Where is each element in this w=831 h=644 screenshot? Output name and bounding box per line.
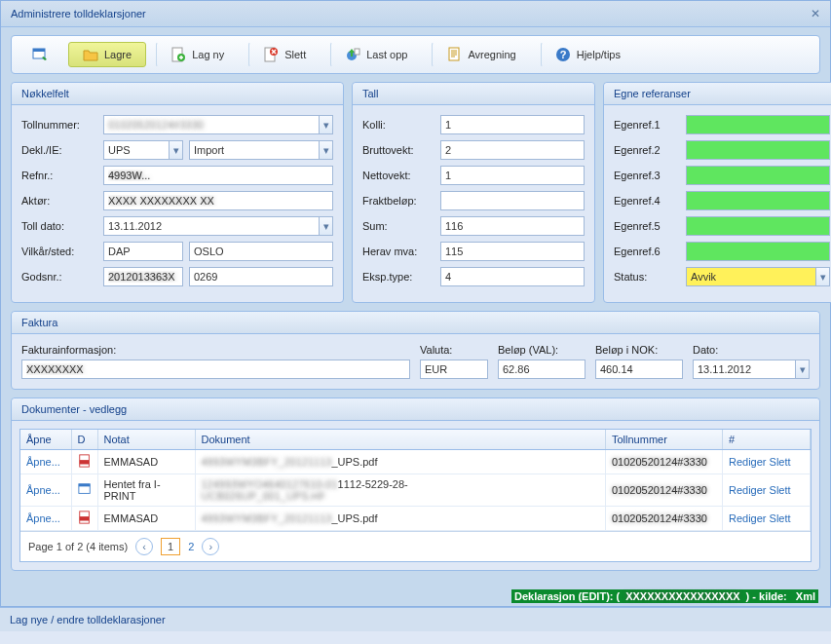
label-vilkarsted: Vilkår/sted:	[21, 246, 97, 257]
egenref2-input[interactable]	[686, 140, 830, 160]
nettovekt-input[interactable]	[440, 166, 585, 185]
open-link[interactable]: Åpne...	[20, 474, 71, 507]
delete-label: Slett	[284, 49, 306, 60]
chevron-down-icon: ▾	[319, 217, 332, 235]
belopval-input[interactable]	[498, 360, 585, 379]
rediger-link[interactable]: Rediger	[729, 512, 767, 524]
table-row: Åpne...Hentet fra I-PRINT124993WYO464012…	[20, 474, 811, 507]
sum-input[interactable]	[440, 216, 585, 236]
document-icon	[446, 47, 462, 62]
ie-select[interactable]: Import ▾	[189, 140, 333, 160]
window: Administrere tolldeklarsjoner ✕ Lagre La…	[0, 0, 831, 607]
svg-rect-7	[355, 49, 359, 55]
folder-save-icon	[83, 47, 98, 62]
svg-rect-14	[78, 484, 89, 487]
dokument-cell: 4993WYM3BFY_20121113_UPS.pdf	[195, 507, 606, 531]
help-icon: ?	[555, 47, 571, 62]
slett-link[interactable]: Slett	[770, 512, 791, 524]
label-bruttovekt: Bruttovekt:	[362, 144, 434, 156]
dekl-select[interactable]: UPS ▾	[103, 140, 183, 160]
tollnummer-select[interactable]: 01020520124#3330 ▾	[103, 115, 333, 134]
col-dokument[interactable]: Dokument	[195, 430, 606, 450]
col-hash[interactable]: #	[723, 430, 811, 450]
pager: Page 1 of 2 (4 items) ‹ 1 2 ›	[20, 531, 811, 561]
help-label: Hjelp/tips	[577, 49, 621, 60]
panel-header: Egne referanser	[604, 83, 831, 105]
egenref1-input[interactable]	[686, 115, 830, 134]
ie-value: Import	[194, 144, 224, 156]
egenref3-input[interactable]	[686, 166, 830, 185]
col-apne[interactable]: Åpne	[20, 430, 71, 450]
label-dato: Dato:	[693, 344, 810, 356]
dato-picker[interactable]: 13.11.2012 ▾	[693, 360, 810, 379]
delete-icon	[263, 47, 279, 62]
slett-link[interactable]: Slett	[770, 484, 791, 496]
rediger-link[interactable]: Rediger	[729, 484, 767, 496]
refnr-input[interactable]	[103, 166, 333, 185]
vilkar-input[interactable]	[103, 242, 183, 261]
statusbar: Deklarasjon (EDIT): (XXXXXXXXXXXXXXXX) -…	[1, 587, 830, 606]
window-icon	[32, 47, 48, 62]
pager-prev[interactable]: ‹	[135, 538, 153, 555]
tolldato-picker[interactable]: 13.11.2012 ▾	[103, 216, 333, 236]
status-value: Avvik	[691, 271, 716, 283]
help-button[interactable]: ? Hjelp/tips	[541, 42, 635, 67]
eksptype-input[interactable]	[440, 267, 585, 286]
pager-text: Page 1 of 2 (4 items)	[28, 541, 128, 552]
notat-cell: Hentet fra I-PRINT	[97, 474, 195, 507]
pager-page-1[interactable]: 1	[161, 538, 180, 555]
refresh-button[interactable]	[18, 42, 62, 67]
chevron-down-icon: ▾	[319, 116, 332, 133]
upload-button[interactable]: Last opp	[330, 42, 422, 67]
rediger-link[interactable]: Rediger	[729, 456, 767, 468]
sted-input[interactable]	[189, 242, 333, 261]
delete-button[interactable]: Slett	[248, 42, 321, 67]
bruttovekt-input[interactable]	[440, 140, 585, 160]
save-label: Lagre	[104, 49, 132, 60]
aktor-input[interactable]	[103, 191, 333, 210]
godsnr1-input[interactable]	[103, 267, 183, 286]
upload-icon	[345, 47, 360, 62]
label-sum: Sum:	[362, 220, 434, 232]
col-tollnummer[interactable]: Tollnummer	[606, 430, 723, 450]
kolli-input[interactable]	[440, 115, 585, 134]
label-egenref4: Egenref.4	[614, 195, 680, 207]
slett-link[interactable]: Slett	[770, 456, 791, 468]
close-icon[interactable]: ✕	[811, 7, 820, 20]
table-row: Åpne...EMMASAD4993WYM3BFY_20121113_UPS.p…	[20, 450, 811, 474]
titlebar: Administrere tolldeklarsjoner ✕	[1, 1, 830, 27]
col-notat[interactable]: Notat	[97, 430, 195, 450]
pager-next[interactable]: ›	[202, 538, 219, 555]
svg-text:?: ?	[559, 49, 566, 60]
window-title: Administrere tolldeklarsjoner	[11, 8, 146, 19]
new-label: Lag ny	[192, 49, 224, 60]
label-heravmva: Herav mva:	[362, 246, 434, 257]
new-button[interactable]: Lag ny	[156, 42, 239, 67]
col-d[interactable]: D	[71, 430, 97, 450]
godsnr2-input[interactable]	[189, 267, 333, 286]
settlement-label: Avregning	[468, 49, 515, 60]
pager-page-2[interactable]: 2	[188, 541, 194, 552]
label-nettovekt: Nettovekt:	[362, 170, 434, 181]
open-link[interactable]: Åpne...	[20, 507, 71, 531]
documents-grid: Åpne D Notat Dokument Tollnummer # Åpne.…	[19, 429, 812, 562]
status-text-c: ) - kilde:	[743, 589, 793, 603]
fakturainfo-input[interactable]	[21, 360, 410, 379]
valuta-input[interactable]	[420, 360, 488, 379]
heravmva-input[interactable]	[440, 242, 585, 261]
egenref6-input[interactable]	[686, 242, 830, 261]
panel-dokumenter: Dokumenter - vedlegg Åpne D Notat Dokume…	[11, 398, 820, 571]
status-text-d: Xml	[793, 589, 818, 603]
chevron-down-icon: ▾	[319, 141, 332, 159]
status-select[interactable]: Avvik ▾	[686, 267, 830, 286]
open-link[interactable]: Åpne...	[20, 450, 71, 474]
egenref4-input[interactable]	[686, 191, 830, 210]
fraktbelop-input[interactable]	[440, 191, 585, 210]
label-fraktbelop: Fraktbeløp:	[362, 195, 434, 207]
status-text-b: XXXXXXXXXXXXXXXX	[623, 589, 742, 603]
egenref5-input[interactable]	[686, 216, 830, 236]
save-button[interactable]: Lagre	[68, 42, 146, 67]
belopnok-input[interactable]	[595, 360, 683, 379]
label-tollnummer: Tollnummer:	[21, 119, 97, 131]
settlement-button[interactable]: Avregning	[432, 42, 530, 67]
